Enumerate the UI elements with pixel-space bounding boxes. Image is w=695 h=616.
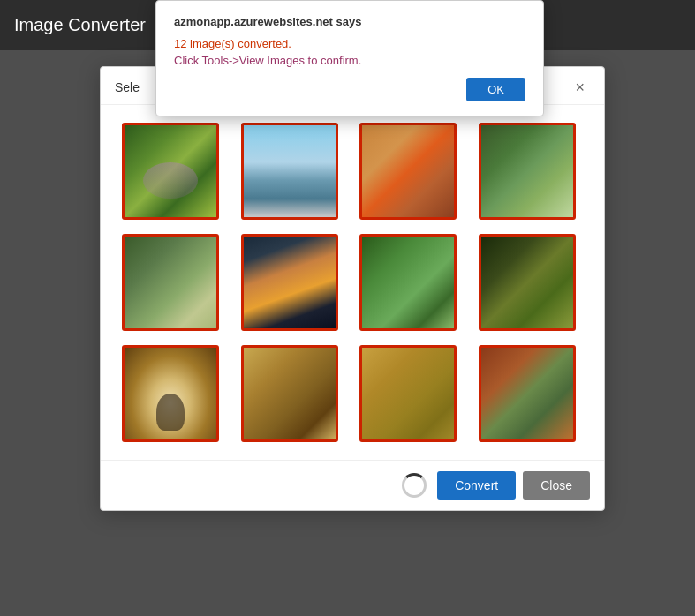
image-item-5[interactable] bbox=[122, 234, 219, 331]
image-preview-3 bbox=[362, 125, 454, 217]
image-preview-12 bbox=[481, 348, 573, 439]
image-item-7[interactable] bbox=[359, 234, 457, 331]
modal-close-x-button[interactable]: × bbox=[570, 78, 590, 97]
dialog-message1: 12 image(s) converted. bbox=[174, 37, 525, 50]
image-preview-5 bbox=[125, 237, 216, 328]
browser-alert-dialog: azmonapp.azurewebsites.net says 12 image… bbox=[155, 0, 544, 116]
modal-footer: Convert Close bbox=[101, 460, 604, 510]
image-item-12[interactable] bbox=[479, 345, 576, 442]
image-preview-9 bbox=[125, 348, 216, 439]
image-item-2[interactable] bbox=[241, 123, 338, 220]
image-preview-6 bbox=[244, 237, 336, 328]
dialog-footer: OK bbox=[174, 78, 525, 101]
app-title: Image Converter bbox=[14, 15, 146, 35]
image-grid bbox=[101, 105, 604, 460]
modal-title: Sele bbox=[115, 80, 140, 94]
image-item-8[interactable] bbox=[479, 234, 576, 331]
loading-spinner bbox=[402, 473, 427, 498]
image-item-9[interactable] bbox=[122, 345, 219, 442]
image-preview-2 bbox=[244, 125, 336, 217]
close-button[interactable]: Close bbox=[523, 471, 590, 500]
image-selector-modal: Sele × bbox=[100, 66, 605, 511]
image-preview-8 bbox=[481, 237, 573, 328]
image-item-3[interactable] bbox=[359, 123, 457, 220]
ok-button[interactable]: OK bbox=[466, 78, 525, 101]
image-preview-4 bbox=[481, 125, 573, 217]
dialog-message2: Click Tools->View Images to confirm. bbox=[174, 54, 525, 67]
image-preview-7 bbox=[362, 237, 454, 328]
convert-button[interactable]: Convert bbox=[437, 471, 516, 500]
image-item-1[interactable] bbox=[122, 123, 219, 220]
image-item-10[interactable] bbox=[241, 345, 338, 442]
image-preview-11 bbox=[362, 348, 454, 439]
image-item-4[interactable] bbox=[479, 123, 576, 220]
image-preview-10 bbox=[244, 348, 336, 439]
image-item-11[interactable] bbox=[359, 345, 457, 442]
image-preview-1 bbox=[125, 125, 216, 217]
dialog-title: azmonapp.azurewebsites.net says bbox=[174, 15, 525, 28]
image-item-6[interactable] bbox=[241, 234, 338, 331]
